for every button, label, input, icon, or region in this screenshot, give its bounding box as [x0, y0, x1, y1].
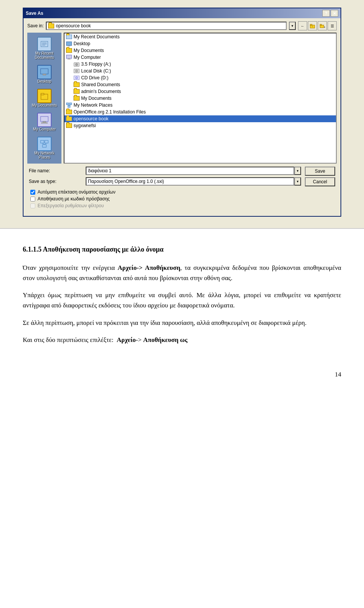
up-folder-button[interactable]: ↑ — [308, 21, 317, 30]
place-mydocs[interactable]: My Documents — [29, 87, 60, 109]
paragraph-1: Όταν χρησιμοποιείτε την ενέργεια Αρχείο-… — [23, 263, 341, 283]
file-item[interactable]: admin's Documents — [64, 88, 336, 95]
file-icon — [66, 116, 72, 121]
save-in-label: Save in: — [27, 23, 44, 28]
svg-rect-14 — [41, 117, 48, 121]
savetype-label: Save as type: — [29, 179, 86, 184]
main-area: My Recent Documents Desktop — [27, 33, 337, 164]
close-button[interactable]: ✕ — [331, 10, 338, 17]
place-recent[interactable]: My Recent Documents — [29, 35, 60, 61]
save-as-dialog: Save As ? ✕ Save in: opensource book ▼ ← — [23, 8, 341, 217]
file-item[interactable]: My Documents — [64, 95, 336, 102]
filename-dropdown-arrow[interactable]: ▼ — [294, 167, 301, 175]
view-menu-button[interactable]: ☰ — [328, 21, 337, 30]
file-icon — [74, 68, 80, 74]
svg-rect-24 — [66, 55, 72, 58]
checkbox-filter: Επεξεργασία ρυθμίσεων φίλτρου — [30, 203, 334, 208]
dialog-titlebar: Save As ? ✕ — [24, 8, 340, 18]
filename-label: File name: — [29, 168, 86, 173]
savetype-dropdown-arrow[interactable]: ▼ — [294, 177, 301, 186]
file-item-name: admin's Documents — [81, 89, 121, 94]
bold-text: Αρχείο-> Αποθήκευση — [118, 264, 180, 271]
new-folder-button[interactable]: ✦ — [318, 21, 327, 30]
file-item-name: My Documents — [81, 96, 111, 101]
filter-checkbox — [30, 203, 35, 208]
file-item[interactable]: Desktop — [64, 40, 336, 47]
file-list[interactable]: My Recent Documents Desktop — [64, 33, 337, 164]
svg-rect-22 — [66, 42, 72, 46]
save-in-combo[interactable]: opensource book — [46, 22, 287, 30]
checkbox-password: Αποθήκευση με κωδικό πρόσβασης — [30, 196, 334, 202]
place-desktop-label: Desktop — [38, 79, 52, 83]
svg-text:↑: ↑ — [312, 25, 313, 28]
checkbox-autoext: Αυτόματη επέκταση ονόματος αρχείων — [30, 189, 334, 195]
file-item-network-places[interactable]: My Network Places — [64, 102, 336, 109]
place-network[interactable]: My Network Places — [29, 135, 60, 161]
file-item-name: My Network Places — [74, 102, 113, 108]
svg-point-28 — [75, 63, 78, 66]
mycomputer-icon — [37, 113, 52, 127]
filename-input-combo: ▼ — [86, 167, 301, 175]
toolbar-buttons: ← ↑ ✦ — [298, 21, 337, 30]
place-network-label: My Network Places — [30, 151, 58, 159]
paragraph-4: Και στις δύο περιπτώσεις επιλέξτε: Αρχεί… — [23, 335, 341, 345]
file-item[interactable]: OpenOffice.org 2.1 Installation Files — [64, 109, 336, 115]
file-icon — [74, 96, 80, 101]
autoext-checkbox[interactable] — [30, 190, 35, 195]
file-item-selected[interactable]: opensource book — [64, 115, 336, 122]
file-item-name: 3.5 Floppy (A:) — [81, 61, 111, 67]
filter-label: Επεξεργασία ρυθμίσεων φίλτρου — [38, 203, 104, 208]
help-button[interactable]: ? — [322, 10, 330, 17]
paragraph-3: Σε άλλη περίπτωση, μπορεί να πρόκειται γ… — [23, 318, 341, 328]
action-buttons: Save Cancel — [305, 167, 335, 186]
svg-rect-11 — [43, 74, 46, 75]
checkboxes-area: Αυτόματη επέκταση ονόματος αρχείων Αποθή… — [29, 188, 335, 211]
place-mycomputer[interactable]: My Computer — [29, 111, 60, 133]
svg-point-32 — [75, 77, 78, 79]
save-in-dropdown-arrow[interactable]: ▼ — [289, 22, 296, 30]
filename-input[interactable] — [86, 167, 294, 175]
file-item-mycomputer[interactable]: My Computer — [64, 54, 336, 61]
savetype-combo: ▼ — [86, 177, 301, 186]
back-button[interactable]: ← — [298, 21, 307, 30]
svg-line-20 — [42, 143, 44, 145]
file-item-name: opensource book — [74, 116, 108, 121]
svg-rect-17 — [41, 140, 44, 143]
file-item[interactable]: 3.5 Floppy (A:) — [64, 61, 336, 68]
file-item[interactable]: CD Drive (D:) — [64, 74, 336, 81]
save-button[interactable]: Save — [305, 167, 335, 176]
svg-rect-26 — [67, 59, 71, 60]
file-item[interactable]: My Recent Documents — [64, 33, 336, 40]
file-item-name: My Documents — [74, 48, 104, 53]
file-item-name: Desktop — [74, 41, 90, 46]
svg-rect-23 — [68, 46, 70, 46]
svg-rect-19 — [42, 145, 46, 147]
file-item-name: My Computer — [74, 55, 101, 60]
file-icon — [66, 102, 72, 108]
file-icon — [66, 34, 72, 39]
file-item[interactable]: sygxwnefsi — [64, 122, 336, 129]
bottom-area: File name: ▼ Save as type: ▼ — [27, 164, 337, 213]
places-bar: My Recent Documents Desktop — [27, 33, 61, 164]
password-checkbox[interactable] — [30, 197, 35, 202]
svg-line-21 — [44, 143, 47, 145]
file-icon — [66, 109, 72, 115]
page-number: 14 — [0, 367, 364, 386]
file-icon — [66, 55, 72, 60]
svg-rect-18 — [45, 140, 48, 143]
place-mydocs-label: My Documents — [32, 103, 57, 107]
file-icon — [74, 82, 80, 87]
place-desktop[interactable]: Desktop — [29, 63, 60, 85]
file-item-shared-docs[interactable]: Shared Documents — [64, 81, 336, 88]
filename-row: File name: ▼ — [29, 167, 301, 175]
savetype-input[interactable] — [86, 177, 294, 186]
cancel-button[interactable]: Cancel — [305, 177, 335, 186]
file-item[interactable]: My Documents — [64, 47, 336, 54]
svg-text:✦: ✦ — [324, 26, 325, 28]
paragraph-2: Υπάρχει όμως περίπτωση να μην επιθυμείτε… — [23, 290, 341, 310]
article-content: 6.1.1.5 Αποθήκευση παρουσίασης με άλλο ό… — [0, 229, 364, 367]
file-icon — [66, 123, 72, 128]
file-item[interactable]: Local Disk (C:) — [64, 68, 336, 74]
svg-rect-4 — [320, 24, 322, 25]
folder-icon — [48, 24, 54, 28]
